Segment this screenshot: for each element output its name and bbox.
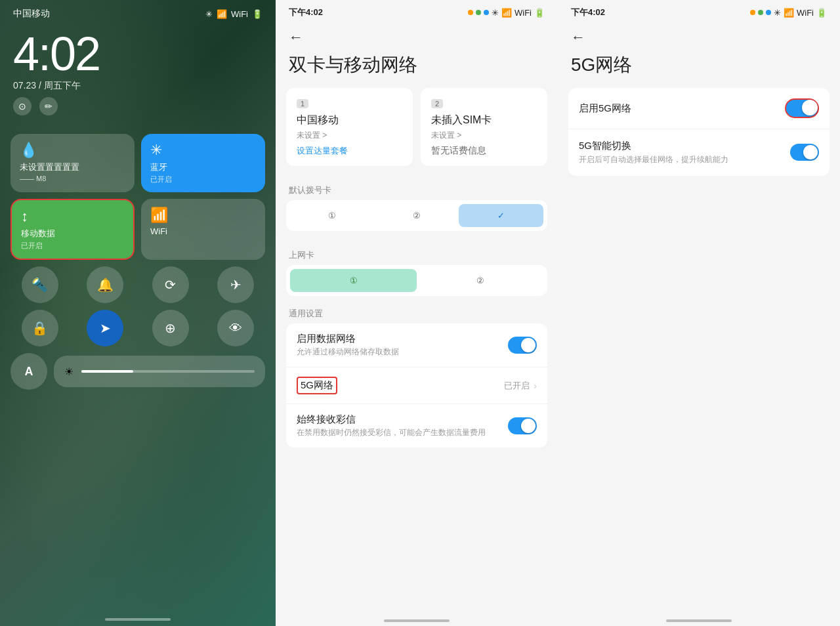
mobile-data-label: 移动数据 bbox=[21, 228, 124, 240]
fiveg-dot-orange bbox=[750, 10, 755, 15]
brightness-bar bbox=[81, 370, 255, 373]
sim2-carrier: 未插入SIM卡 bbox=[431, 114, 537, 127]
a-font-btn[interactable]: A bbox=[10, 353, 47, 390]
sim-cards-row: 1 中国移动 未设置 > 设置达量套餐 2 未插入SIM卡 未设置 > 暂无话费… bbox=[286, 88, 547, 166]
mms-title: 始终接收彩信 bbox=[297, 413, 486, 426]
water-tile[interactable]: 💧 未设置置置置置 —— M8 bbox=[10, 134, 135, 192]
fiveg-bottom-bar bbox=[558, 606, 840, 626]
lock-screen-panel: 中国移动 ✳ 📶 WiFi 🔋 4:02 07.23 / 周五下午 ⊙ ✏ 💧 … bbox=[0, 0, 276, 626]
5g-left: 5G网络 bbox=[297, 377, 337, 394]
fiveg-bluetooth-icon: ✳ bbox=[774, 8, 781, 18]
brightness-sun-icon: ☀ bbox=[64, 365, 74, 378]
enable-5g-toggle[interactable] bbox=[785, 98, 819, 118]
5g-smart-switch-sub: 开启后可自动选择最佳网络，提升续航能力 bbox=[579, 154, 728, 165]
mms-toggle[interactable] bbox=[508, 417, 537, 434]
fiveg-back-button[interactable]: ← bbox=[571, 29, 585, 46]
common-settings-row: 启用数据网络 允许通过移动网络储存取数据 5G网络 已开启 › 始终接收彩信 bbox=[286, 323, 547, 448]
5g-status-text: 已开启 bbox=[504, 380, 530, 392]
enable-5g-title: 启用5G网络 bbox=[579, 102, 631, 115]
sim-battery-icon: 🔋 bbox=[534, 8, 545, 18]
sim2-empty-text: 暂无话费信息 bbox=[431, 145, 537, 157]
dial-btn-2[interactable]: ② bbox=[375, 204, 459, 227]
dot-green bbox=[476, 10, 481, 15]
fiveg-settings-row: 启用5G网络 5G智能切换 开启后可自动选择最佳网络，提升续航能力 bbox=[568, 88, 830, 176]
sim1-link[interactable]: 设置达量套餐 bbox=[297, 145, 402, 157]
sim-settings-panel: 下午4:02 ✳ 📶 WiFi 🔋 ← 双卡与移动网络 1 中国移动 未设置 >… bbox=[276, 0, 558, 626]
sim2-card[interactable]: 2 未插入SIM卡 未设置 > 暂无话费信息 bbox=[421, 88, 547, 166]
sim-back-button[interactable]: ← bbox=[289, 29, 303, 46]
fiveg-wifi-icon: WiFi bbox=[797, 8, 814, 18]
edit-icon[interactable]: ✏ bbox=[39, 97, 58, 115]
fiveg-status-bar: 下午4:02 ✳ 📶 WiFi 🔋 bbox=[558, 0, 840, 22]
sim-settings-title: 双卡与移动网络 bbox=[276, 50, 558, 88]
fiveg-status-icons: ✳ 📶 WiFi 🔋 bbox=[750, 8, 827, 18]
lock-carrier: 中国移动 bbox=[13, 8, 50, 20]
water-icon: 💧 bbox=[20, 142, 125, 159]
sim1-num: 1 bbox=[297, 99, 308, 108]
lock-status-bar: 中国移动 ✳ 📶 WiFi 🔋 bbox=[0, 0, 276, 24]
sim1-carrier: 中国移动 bbox=[297, 114, 402, 127]
fiveg-settings-panel: 下午4:02 ✳ 📶 WiFi 🔋 ← 5G网络 启用5G网络 bbox=[558, 0, 840, 626]
bluetooth-icon: ✳ bbox=[150, 142, 256, 159]
sim-status-icons: ✳ 📶 WiFi 🔋 bbox=[468, 8, 545, 18]
eye-btn[interactable]: 👁 bbox=[217, 310, 254, 346]
5g-network-title: 5G网络 bbox=[297, 377, 337, 394]
sim1-card[interactable]: 1 中国移动 未设置 > 设置达量套餐 bbox=[286, 88, 413, 166]
mobile-data-tile[interactable]: ↕ 移动数据 已开启 bbox=[10, 199, 135, 260]
battery-icon: 🔋 bbox=[252, 9, 262, 19]
airplane-btn[interactable]: ✈ bbox=[217, 266, 254, 303]
lock-time: 4:02 bbox=[13, 30, 262, 77]
enable-data-toggle[interactable] bbox=[508, 337, 537, 354]
fiveg-signal-icon: 📶 bbox=[784, 8, 794, 18]
sim-signal-icon: 📶 bbox=[501, 8, 512, 18]
mobile-data-sub: 已开启 bbox=[21, 241, 124, 251]
dial-section-label: 默认拨号卡 bbox=[286, 179, 547, 200]
vpn-btn[interactable]: ⊕ bbox=[152, 310, 189, 346]
enable-5g-item[interactable]: 启用5G网络 bbox=[568, 88, 830, 129]
home-indicator bbox=[105, 618, 171, 621]
enable-5g-left: 启用5G网络 bbox=[579, 102, 631, 115]
dot-blue bbox=[484, 10, 489, 15]
brightness-tile[interactable]: ☀ bbox=[54, 356, 265, 387]
lock-btn[interactable]: 🔒 bbox=[22, 310, 58, 346]
sim-bottom-bar bbox=[276, 606, 558, 626]
dial-btn-active[interactable]: ✓ bbox=[459, 204, 543, 227]
wifi-label: WiFi bbox=[150, 226, 256, 236]
sim-wifi-icon: WiFi bbox=[514, 8, 532, 18]
fiveg-content: 启用5G网络 5G智能切换 开启后可自动选择最佳网络，提升续航能力 bbox=[558, 88, 840, 606]
dial-btn-1[interactable]: ① bbox=[290, 204, 375, 227]
brightness-fill bbox=[81, 370, 133, 373]
water-label: 未设置置置置置 bbox=[20, 161, 125, 173]
sim2-num: 2 bbox=[431, 99, 443, 108]
lock-status-icons: ✳ 📶 WiFi 🔋 bbox=[205, 9, 262, 19]
wifi-tile[interactable]: 📶 WiFi bbox=[141, 199, 265, 260]
sim-settings-content: 1 中国移动 未设置 > 设置达量套餐 2 未插入SIM卡 未设置 > 暂无话费… bbox=[276, 88, 558, 606]
enable-data-item[interactable]: 启用数据网络 允许通过移动网络储存取数据 bbox=[286, 323, 547, 367]
mms-item[interactable]: 始终接收彩信 在禁用数据时仍然接受彩信，可能会产生数据流量费用 bbox=[286, 404, 547, 448]
alarm-icon[interactable]: ⊙ bbox=[13, 97, 32, 115]
enable-data-sub: 允许通过移动网络储存取数据 bbox=[297, 346, 399, 358]
bluetooth-tile[interactable]: ✳ 蓝牙 已开启 bbox=[141, 134, 265, 192]
flashlight-btn[interactable]: 🔦 bbox=[22, 266, 58, 303]
sim-status-time: 下午4:02 bbox=[289, 7, 323, 18]
wifi-tile-icon: 📶 bbox=[150, 207, 256, 224]
bluetooth-sub: 已开启 bbox=[150, 175, 256, 184]
lock-date: 07.23 / 周五下午 bbox=[13, 80, 262, 92]
bluetooth-label: 蓝牙 bbox=[150, 161, 256, 173]
data-sim-btn-1[interactable]: ① bbox=[290, 269, 417, 292]
5g-smart-switch-item[interactable]: 5G智能切换 开启后可自动选择最佳网络，提升续航能力 bbox=[568, 129, 830, 176]
location-btn[interactable]: ➤ bbox=[87, 310, 123, 346]
data-sim-btn-2[interactable]: ② bbox=[417, 269, 543, 292]
sim1-status: 未设置 > bbox=[297, 130, 402, 141]
control-center: 💧 未设置置置置置 —— M8 ✳ 蓝牙 已开启 ↕ 移动数据 已开启 📶 Wi… bbox=[0, 129, 276, 395]
5g-network-item[interactable]: 5G网络 已开启 › bbox=[286, 367, 547, 404]
5g-smart-switch-toggle[interactable] bbox=[790, 144, 819, 161]
sim-bluetooth-icon: ✳ bbox=[492, 8, 499, 18]
screen-rotation-btn[interactable]: ⟳ bbox=[152, 266, 189, 303]
mobile-data-icon: ↕ bbox=[21, 208, 124, 225]
signal-icon: 📶 bbox=[217, 9, 227, 19]
notification-btn[interactable]: 🔔 bbox=[87, 266, 123, 303]
sim-settings-header: ← bbox=[276, 22, 558, 50]
sim-status-bar: 下午4:02 ✳ 📶 WiFi 🔋 bbox=[276, 0, 558, 22]
lock-time-area: 4:02 07.23 / 周五下午 ⊙ ✏ bbox=[0, 24, 276, 129]
